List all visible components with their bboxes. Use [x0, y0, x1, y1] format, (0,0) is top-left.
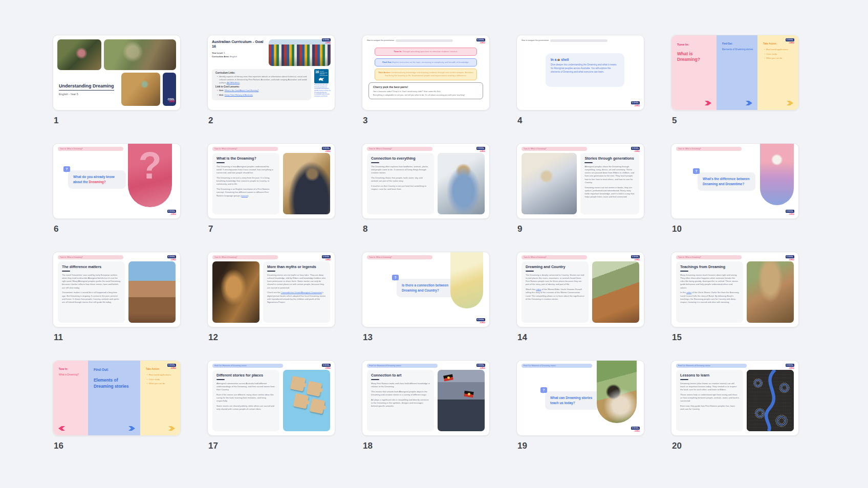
slide-thumbnail-11[interactable]: Tune In: What is Dreaming? The differenc…: [53, 252, 181, 327]
slide-thumbnail-12[interactable]: Tune In: What is Dreaming? More than myt…: [207, 252, 335, 327]
question-bubble: Is there a connection between Dreaming a…: [397, 279, 454, 297]
photo-aboriginal-flag-rally: [438, 370, 485, 431]
body-text: Dreaming stories are not written in book…: [584, 186, 635, 199]
slide-heading: Connection to everything: [371, 157, 430, 161]
slide-thumbnail-7[interactable]: Tune In: What is Dreaming? What is the D…: [207, 143, 335, 219]
body-text: It teaches us that Country is not just l…: [371, 185, 430, 191]
body-text: The Dreaming often explains how landform…: [371, 165, 430, 175]
next-arrow-icon: [746, 101, 752, 105]
lesson-link-item: Unit:Deep Time History of Australia: [217, 94, 308, 97]
deck-title: Understanding Dreaming: [59, 83, 119, 88]
lesson-link: What's So Cool About Cool Burning?: [225, 89, 259, 92]
cool-lessons-heading: Link to Cool Lessons:: [215, 85, 308, 88]
text-card: The difference matters The word 'Dreamti…: [58, 261, 125, 323]
body-text: Many First Nations mobs and clans hold d…: [371, 382, 430, 388]
slide-number: 14: [517, 332, 644, 343]
question-mark-icon: ?: [392, 275, 399, 280]
slide-heading: More than myths or legends: [267, 265, 326, 270]
video-link: video: [536, 288, 541, 291]
slide-number: 6: [54, 224, 181, 234]
photo-didgeridoo-ceremony: [597, 361, 637, 423]
slide-thumbnail-5[interactable]: Tune In: What is Dreaming? Find Out: Ele…: [671, 35, 799, 110]
next-arrow-icon: [787, 101, 793, 105]
slide-number: 11: [54, 332, 181, 343]
next-arrow-icon: [168, 426, 175, 431]
photo-family: [128, 261, 176, 323]
slide-number: 4: [517, 116, 644, 126]
next-arrow-icon: [705, 101, 711, 105]
action-item: Real world applications: [764, 48, 794, 51]
photo-golden-wattle: [450, 252, 483, 308]
body-text: Art plays a significant role in storytel…: [371, 398, 430, 408]
heading-underline: [62, 271, 70, 272]
photo-people-outdoors: [104, 39, 176, 70]
slide-thumbnail-2[interactable]: COOL.ORG Australian Curriculum - Goal 16…: [207, 35, 335, 110]
slide-heading: Australian Curriculum - Goal 16: [212, 39, 265, 49]
heading-underline: [371, 379, 379, 380]
dot-art-graphic: [747, 370, 794, 431]
question-mark-graphic: ?: [128, 144, 172, 207]
question-bubble: What can Dreaming stories teach us today…: [545, 391, 603, 410]
source-link: source: [242, 194, 248, 197]
slide-thumbnail-4[interactable]: How to navigate this presentation In ash…: [516, 35, 644, 110]
take-action-box: Take Action: Contextualising knowledge a…: [375, 69, 477, 80]
slide-thumbnail-18[interactable]: Find Out: Elements of Dreaming stories C…: [362, 360, 490, 436]
question-bubble: What do you already know about the Dream…: [68, 170, 126, 189]
photo-pink-clouds-moon: [760, 144, 794, 205]
slide-thumbnail-19[interactable]: Find Out: Elements of Dreaming stories ?…: [516, 360, 644, 436]
photo-people-on-rocks: [747, 261, 794, 323]
curriculum-card: Curriculum Links: Identify aspects of li…: [212, 69, 311, 100]
cool-org-logo: COOL.ORG: [167, 364, 176, 369]
heading-underline: [680, 271, 688, 272]
back-arrow-icon: [58, 426, 65, 431]
slide-number: 7: [208, 224, 335, 234]
slide-thumbnail-20[interactable]: Find Out: Elements of Dreaming stories L…: [671, 360, 799, 436]
body-text: Watch this video of the Worimi Elder, Un…: [526, 288, 584, 301]
section-header-strip: Tune In: What is Dreaming?: [676, 255, 742, 259]
deck-subtitle: English - Year 5: [59, 93, 119, 96]
section-header-strip: Tune In: What is Dreaming?: [212, 147, 278, 151]
slide-number: 18: [363, 441, 490, 451]
body-text: Dreaming stories (also known as creation…: [680, 382, 739, 392]
body-text: Many Dreaming stories teach lessons abou…: [680, 274, 739, 290]
body-text: In this video of the Uncle Shane Clarke …: [680, 291, 739, 304]
slide-thumbnail-6[interactable]: Tune In: What is Dreaming? ? What do you…: [53, 143, 181, 219]
lesson-link: Deep Time History of Australia: [225, 94, 253, 96]
slide-thumbnail-1[interactable]: Understanding Dreaming English - Year 5 …: [53, 35, 181, 110]
slide-number: 20: [672, 441, 799, 451]
slide-thumbnail-13[interactable]: Tune In: What is Dreaming? ? Is there a …: [362, 252, 490, 327]
body-text: These stories help us understand right f…: [680, 393, 739, 403]
section-header-strip: Find Out: Elements of Dreaming stories: [676, 364, 747, 368]
body-text: Some stories are shared publicly, while …: [216, 405, 275, 411]
action-item: What you can do: [764, 57, 794, 60]
slide-number: 15: [672, 332, 799, 343]
slide-thumbnail-9[interactable]: Tune In: What is Dreaming? Stories throu…: [516, 143, 644, 219]
nut-icon: [557, 59, 560, 61]
tune-in-box: Tune In: Thought provoking questions to …: [375, 48, 477, 56]
slide-thumbnail-16[interactable]: Tune In: What is Dreaming? Find Out: Ele…: [53, 360, 181, 436]
body-text: Aboriginal peoples share the Dreaming th…: [584, 165, 635, 184]
slide-thumbnail-14[interactable]: Tune In: What is Dreaming? Dreaming and …: [516, 252, 644, 327]
next-arrow-icon: [128, 426, 135, 431]
photo-gum-trees: [592, 261, 639, 323]
slide-heading: Lessons to learn: [680, 373, 739, 378]
slide-thumbnail-15[interactable]: Tune In: What is Dreaming? Teachings fro…: [671, 252, 799, 327]
body-text: The Dreaming is deeply connected to Coun…: [526, 274, 584, 286]
slide-thumbnail-8[interactable]: Tune In: What is Dreaming? Connection to…: [362, 143, 490, 219]
section-header-strip: Tune In: What is Dreaming?: [367, 255, 432, 259]
slide-number: 19: [517, 441, 644, 451]
slide-thumbnail-10[interactable]: Tune In: What is Dreaming? ? What's the …: [671, 143, 799, 219]
photo-puzzle-pieces: [283, 370, 330, 431]
cool-org-logo: COOL.ORG: [322, 38, 331, 44]
tune-in-column: Tune In: What is Dreaming?: [671, 35, 717, 110]
slide-heading: Teachings from Dreaming: [680, 265, 739, 270]
action-item: Case study: [764, 53, 794, 56]
slide-thumbnail-17[interactable]: Find Out: Elements of Dreaming stories D…: [207, 360, 335, 436]
nutshell-heading: In ashell: [551, 58, 619, 61]
text-card: Different stories for places Aboriginal …: [212, 370, 279, 431]
slide-grid: Understanding Dreaming English - Year 5 …: [53, 35, 799, 456]
slide-thumbnail-3[interactable]: How to navigate this presentation COOL.O…: [362, 35, 490, 110]
text-card: Connection to art Many First Nations mob…: [367, 370, 434, 431]
text-card: What is the Dreaming? The Dreaming is ho…: [212, 153, 279, 214]
curriculum-code-link: (AC9E5LE01): [227, 81, 240, 84]
